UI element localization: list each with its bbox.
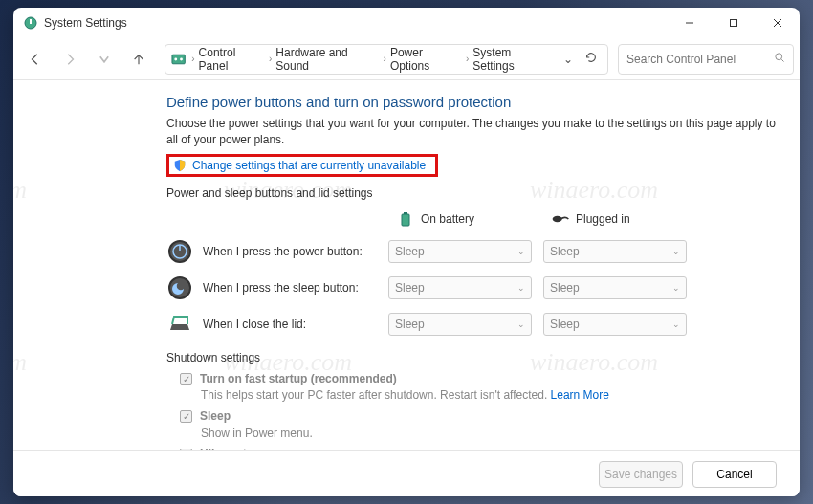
chevron-icon: › — [269, 54, 272, 64]
svg-rect-11 — [402, 214, 409, 226]
save-button[interactable]: Save changes — [599, 461, 683, 488]
up-button[interactable] — [122, 43, 155, 76]
sleep-plugged-dropdown[interactable]: Sleep⌄ — [543, 276, 687, 299]
breadcrumb-item[interactable]: Hardware and Sound — [275, 46, 379, 73]
titlebar: System Settings — [13, 8, 800, 38]
chevron-icon: › — [466, 54, 469, 64]
power-battery-dropdown[interactable]: Sleep⌄ — [388, 240, 532, 263]
hibernate-checkbox[interactable] — [180, 449, 192, 450]
app-icon — [23, 15, 38, 31]
search-input[interactable] — [626, 53, 770, 66]
minimize-button[interactable] — [668, 8, 712, 38]
maximize-button[interactable] — [712, 8, 756, 38]
opt-hibernate: Hibernate — [180, 448, 777, 450]
refresh-button[interactable] — [581, 51, 602, 67]
section-heading: Power and sleep buttons and lid settings — [166, 186, 777, 200]
page-subtext: Choose the power settings that you want … — [166, 116, 777, 148]
page-heading: Define power buttons and turn on passwor… — [166, 94, 777, 110]
lid-battery-dropdown[interactable]: Sleep⌄ — [388, 313, 532, 336]
cancel-button[interactable]: Cancel — [692, 461, 777, 488]
svg-rect-3 — [731, 20, 737, 27]
close-button[interactable] — [756, 8, 800, 38]
opt-sleep: Sleep — [180, 409, 777, 425]
control-panel-icon — [171, 52, 186, 67]
settings-grid: On battery Plugged in When I press the p… — [166, 209, 777, 338]
power-button-icon — [166, 238, 193, 265]
col-plugged-header: Plugged in — [543, 209, 687, 229]
content-area: Define power buttons and turn on passwor… — [13, 80, 800, 450]
power-plugged-dropdown[interactable]: Sleep⌄ — [543, 240, 687, 263]
back-button[interactable] — [19, 43, 52, 76]
shield-icon — [173, 159, 187, 172]
sleep-sub: Show in Power menu. — [201, 427, 777, 440]
learn-more-link[interactable]: Learn More — [551, 388, 609, 402]
plug-icon — [551, 209, 570, 229]
row-sleep-button: When I press the sleep button: — [166, 274, 377, 301]
change-settings-link[interactable]: Change settings that are currently unava… — [192, 159, 426, 172]
sleep-button-icon — [166, 274, 193, 301]
search-icon — [774, 52, 785, 66]
fast-startup-checkbox[interactable] — [180, 373, 192, 385]
chevron-down-icon: ⌄ — [672, 319, 680, 329]
chevron-down-icon: ⌄ — [517, 247, 525, 256]
breadcrumb-item[interactable]: Control Panel — [199, 46, 265, 73]
recent-dropdown[interactable] — [88, 43, 121, 76]
row-lid: When I close the lid: — [166, 311, 377, 338]
breadcrumb-item[interactable]: Power Options — [390, 46, 462, 73]
svg-point-7 — [174, 57, 177, 60]
svg-rect-6 — [172, 55, 185, 64]
sleep-checkbox[interactable] — [180, 410, 192, 423]
window-title: System Settings — [44, 16, 127, 30]
watermark: winaero.com — [13, 176, 27, 205]
row-power-button: When I press the power button: — [166, 238, 377, 265]
chevron-icon: › — [191, 54, 194, 64]
svg-rect-12 — [404, 212, 407, 214]
address-bar[interactable]: › Control Panel › Hardware and Sound › P… — [165, 44, 608, 75]
lid-icon — [166, 311, 193, 338]
chevron-down-icon: ⌄ — [672, 247, 680, 256]
shutdown-heading: Shutdown settings — [166, 351, 777, 364]
forward-button[interactable] — [54, 43, 86, 76]
fast-startup-sub: This helps start your PC faster after sh… — [201, 388, 777, 402]
window: System Settings › Control Panel › Hardwa… — [13, 8, 800, 496]
svg-rect-1 — [30, 19, 32, 24]
svg-point-9 — [776, 54, 782, 60]
footer: Save changes Cancel — [13, 450, 800, 496]
sleep-battery-dropdown[interactable]: Sleep⌄ — [388, 276, 532, 299]
chevron-down-icon: ⌄ — [517, 319, 525, 329]
address-dropdown[interactable]: ⌄ — [560, 53, 577, 66]
search-box[interactable] — [618, 44, 794, 75]
chevron-down-icon: ⌄ — [517, 283, 525, 293]
col-battery-header: On battery — [388, 209, 532, 229]
lid-plugged-dropdown[interactable]: Sleep⌄ — [543, 313, 687, 336]
navbar: › Control Panel › Hardware and Sound › P… — [13, 38, 800, 80]
battery-icon — [396, 209, 415, 229]
chevron-icon: › — [384, 54, 386, 64]
svg-point-8 — [180, 57, 183, 60]
change-settings-highlight: Change settings that are currently unava… — [166, 154, 438, 177]
opt-fast-startup: Turn on fast startup (recommended) — [180, 372, 777, 387]
svg-line-10 — [781, 59, 783, 61]
breadcrumb-item[interactable]: System Settings — [472, 46, 552, 73]
chevron-down-icon: ⌄ — [672, 283, 680, 293]
watermark: winaero.com — [13, 348, 27, 377]
